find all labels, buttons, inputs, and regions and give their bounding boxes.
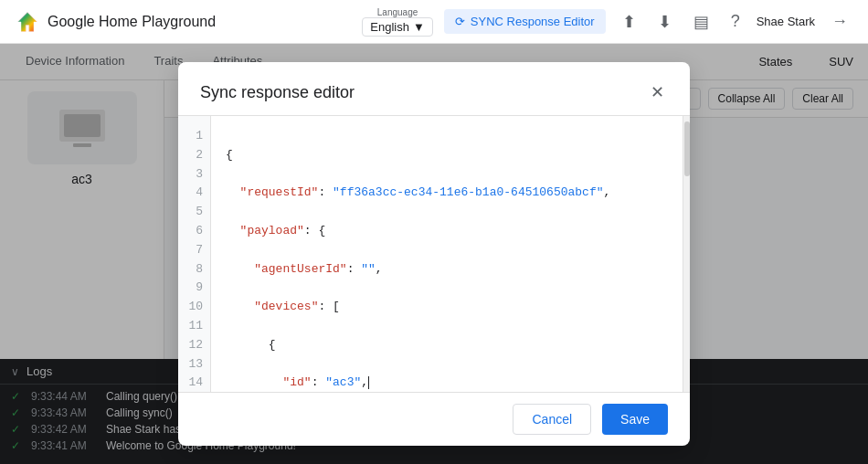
scrollbar-thumb[interactable] — [684, 121, 690, 176]
feedback-button[interactable]: ▤ — [688, 8, 715, 36]
download-icon: ⬇ — [658, 12, 672, 32]
chevron-down-icon: ▼ — [413, 20, 425, 34]
code-line: { — [226, 336, 668, 355]
help-icon: ? — [731, 12, 740, 31]
download-button[interactable]: ⬇ — [652, 8, 677, 36]
sync-icon: ⟳ — [455, 15, 465, 28]
code-line: "agentUserId": "", — [226, 260, 668, 279]
language-selector[interactable]: Language English ▼ — [362, 7, 433, 37]
scrollbar[interactable] — [683, 116, 690, 392]
export-icon: ⬆ — [622, 12, 636, 32]
user-name: Shae Stark — [757, 15, 815, 28]
content-area: Device Information Traits Attributes Sta… — [0, 44, 868, 464]
modal-title: Sync response editor — [200, 83, 355, 102]
language-dropdown[interactable]: English ▼ — [362, 17, 433, 37]
code-line: { — [226, 146, 668, 165]
logout-button[interactable]: → — [826, 8, 853, 35]
save-button[interactable]: Save — [602, 404, 668, 435]
code-editor[interactable]: 12345 678910 1112131415 16 { "requestId"… — [178, 116, 683, 392]
sync-btn-label: SYNC Response Editor — [471, 15, 595, 28]
language-value: English — [370, 20, 409, 34]
code-content[interactable]: { "requestId": "ff36a3cc-ec34-11e6-b1a0-… — [211, 116, 683, 392]
help-button[interactable]: ? — [725, 8, 746, 35]
code-line: "devices": [ — [226, 298, 668, 317]
sync-response-editor-button[interactable]: ⟳ SYNC Response Editor — [444, 9, 606, 34]
line-numbers: 12345 678910 1112131415 16 — [178, 116, 211, 392]
app-logo: Google Home Playground — [15, 9, 216, 35]
export-button[interactable]: ⬆ — [617, 8, 641, 36]
code-line: "requestId": "ff36a3cc-ec34-11e6-b1a0-64… — [226, 184, 668, 203]
language-label: Language — [377, 7, 418, 17]
feedback-icon: ▤ — [693, 12, 709, 32]
code-line: "id": "ac3", — [226, 374, 668, 392]
home-icon — [15, 9, 40, 35]
modal-close-button[interactable]: ✕ — [647, 80, 668, 104]
logout-icon: → — [831, 12, 848, 31]
modal-footer: Cancel Save — [178, 392, 690, 446]
close-icon: ✕ — [651, 83, 664, 101]
modal-overlay[interactable]: Sync response editor ✕ 12345 678910 1112… — [0, 44, 868, 464]
sync-response-modal: Sync response editor ✕ 12345 678910 1112… — [178, 62, 690, 446]
cancel-button[interactable]: Cancel — [513, 404, 591, 435]
app-title: Google Home Playground — [48, 14, 216, 30]
modal-body[interactable]: 12345 678910 1112131415 16 { "requestId"… — [178, 116, 690, 392]
topbar: Google Home Playground Language English … — [0, 0, 868, 44]
modal-header: Sync response editor ✕ — [178, 62, 690, 116]
code-line: "payload": { — [226, 222, 668, 241]
